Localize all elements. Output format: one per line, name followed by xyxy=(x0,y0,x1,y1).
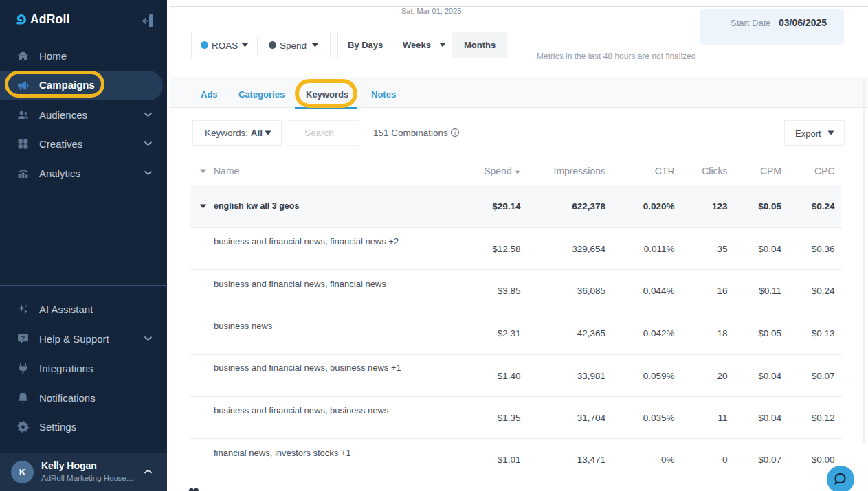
svg-text:?: ? xyxy=(21,334,25,341)
